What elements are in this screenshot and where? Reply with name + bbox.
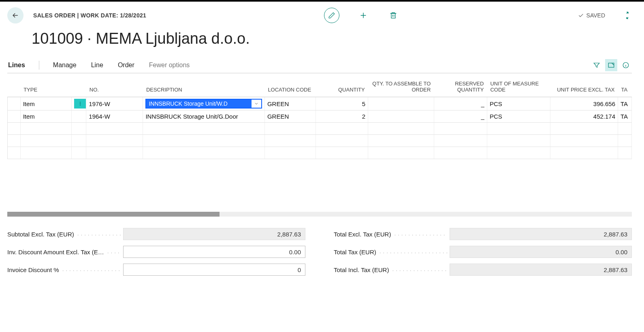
cell-no[interactable]: 1964-W: [86, 111, 143, 123]
filter-button[interactable]: [591, 59, 603, 71]
edit-button[interactable]: [324, 8, 339, 23]
cell-reserved[interactable]: _: [434, 111, 487, 123]
cell-tax[interactable]: TA: [618, 111, 632, 123]
inv-disc-pct-input[interactable]: 0: [123, 264, 305, 276]
row-menu-button[interactable]: [74, 99, 86, 109]
col-reserved[interactable]: RESERVED QUANTITY: [434, 73, 487, 97]
cell-no[interactable]: 1976-W: [86, 97, 143, 111]
table-row[interactable]: Item 1976-W GREEN 5: [8, 97, 632, 111]
cell-quantity[interactable]: 2: [316, 111, 368, 123]
total-excl-value: 2,887.63: [450, 228, 632, 240]
cell-type[interactable]: Item: [20, 97, 72, 111]
cell-uom[interactable]: PCS: [487, 111, 550, 123]
total-incl-value: 2,887.63: [450, 264, 632, 276]
description-dropdown[interactable]: [252, 100, 261, 108]
col-unit-price[interactable]: UNIT PRICE EXCL. TAX: [550, 73, 618, 97]
cell-location[interactable]: GREEN: [264, 111, 316, 123]
topbar: SALES ORDER | WORK DATE: 1/28/2021 SAVED: [7, 6, 632, 25]
col-quantity[interactable]: QUANTITY: [316, 73, 368, 97]
cell-reserved[interactable]: _: [434, 97, 487, 111]
col-location[interactable]: LOCATION CODE: [264, 73, 316, 97]
inv-disc-amt-input[interactable]: 0.00: [123, 246, 305, 258]
total-tax-value: 0.00: [450, 246, 632, 258]
svg-rect-1: [608, 63, 614, 67]
total-excl-label: Total Excl. Tax (EUR): [334, 231, 447, 238]
cell-quantity[interactable]: 5: [316, 97, 368, 111]
inv-disc-amt-label: Inv. Discount Amount Excl. Tax (E…: [7, 249, 121, 255]
svg-point-5: [80, 104, 81, 105]
cell-type[interactable]: Item: [20, 111, 72, 123]
divider: [39, 61, 39, 70]
tab-lines[interactable]: Lines: [7, 57, 26, 73]
header-row: TYPE NO. DESCRIPTION LOCATION CODE QUANT…: [8, 73, 632, 97]
tab-order[interactable]: Order: [117, 57, 135, 73]
total-incl-label: Total Incl. Tax (EUR): [334, 266, 447, 273]
saved-label: SAVED: [586, 12, 605, 19]
cell-unit-price[interactable]: 452.174: [550, 111, 618, 123]
pencil-icon: [328, 12, 335, 19]
maximize-button[interactable]: [605, 59, 617, 71]
lines-toolbar: Lines Manage Line Order Fewer options: [7, 57, 632, 73]
lines-grid: TYPE NO. DESCRIPTION LOCATION CODE QUANT…: [7, 73, 632, 159]
svg-rect-0: [391, 13, 395, 18]
expand-icon: [608, 62, 615, 69]
collapse-button[interactable]: [623, 11, 632, 20]
totals-section: Subtotal Excl. Tax (EUR) 2,887.63 Inv. D…: [7, 228, 632, 276]
description-input[interactable]: [146, 100, 252, 108]
cell-assemble[interactable]: [368, 111, 434, 123]
info-button[interactable]: [620, 59, 632, 71]
tab-manage[interactable]: Manage: [52, 57, 77, 73]
check-icon: [578, 12, 584, 19]
plus-icon: [359, 11, 368, 20]
tab-fewer-options[interactable]: Fewer options: [148, 57, 191, 73]
cell-assemble[interactable]: [368, 97, 434, 111]
more-vertical-icon: [77, 100, 83, 107]
svg-point-3: [80, 102, 81, 102]
cell-tax[interactable]: TA: [618, 97, 632, 111]
funnel-icon: [593, 62, 600, 69]
table-row[interactable]: [8, 135, 632, 147]
back-button[interactable]: [7, 7, 23, 23]
saved-indicator: SAVED: [578, 12, 605, 19]
description-input-wrap[interactable]: [145, 99, 262, 109]
info-icon: [622, 62, 629, 69]
chevron-down-icon: [254, 101, 259, 106]
tab-line[interactable]: Line: [90, 57, 104, 73]
svg-point-4: [80, 103, 81, 104]
horizontal-scrollbar[interactable]: [7, 212, 632, 217]
col-qty-assemble[interactable]: QTY. TO ASSEMBLE TO ORDER: [368, 73, 434, 97]
cell-unit-price[interactable]: 396.656: [550, 97, 618, 111]
table-row[interactable]: [8, 123, 632, 135]
inv-disc-pct-label: Invoice Discount %: [7, 266, 121, 273]
cell-location[interactable]: GREEN: [264, 97, 316, 111]
cell-description[interactable]: INNSBRUCK Storage Unit/G.Door: [143, 111, 265, 123]
new-button[interactable]: [357, 9, 369, 21]
col-uom[interactable]: UNIT OF MEASURE CODE: [487, 73, 550, 97]
col-type[interactable]: TYPE: [20, 73, 72, 97]
col-tax[interactable]: TA: [618, 73, 632, 97]
collapse-icon: [623, 11, 632, 20]
subtotal-value: 2,887.63: [123, 228, 305, 240]
scrollbar-thumb[interactable]: [7, 212, 220, 217]
col-no[interactable]: NO.: [86, 73, 143, 97]
breadcrumb: SALES ORDER | WORK DATE: 1/28/2021: [33, 12, 146, 19]
delete-button[interactable]: [387, 9, 399, 21]
arrow-left-icon: [11, 11, 19, 19]
subtotal-label: Subtotal Excl. Tax (EUR): [7, 231, 121, 238]
trash-icon: [389, 11, 397, 19]
table-row[interactable]: [8, 147, 632, 159]
cell-uom[interactable]: PCS: [487, 97, 550, 111]
total-tax-label: Total Tax (EUR): [334, 249, 447, 255]
col-description[interactable]: DESCRIPTION: [143, 73, 265, 97]
table-row[interactable]: Item 1964-W INNSBRUCK Storage Unit/G.Doo…: [8, 111, 632, 123]
page-title: 101009 · MEMA Ljubljana d.o.o.: [7, 25, 632, 57]
